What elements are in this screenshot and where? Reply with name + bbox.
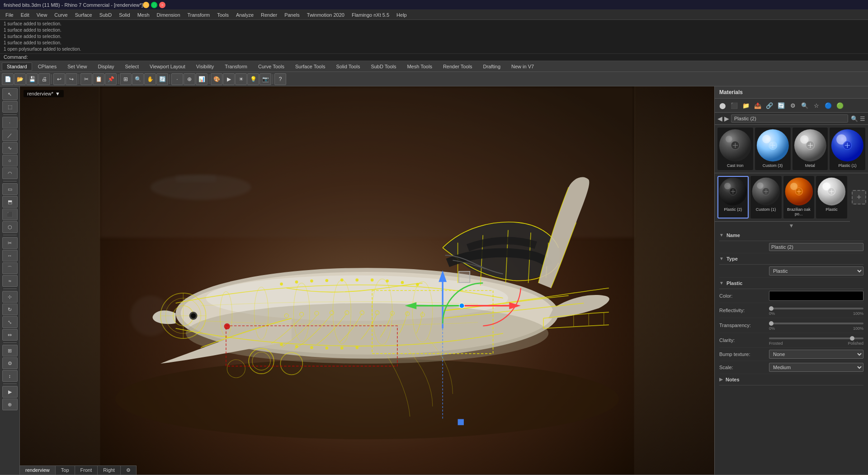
tb-lights[interactable]: 💡 — [247, 73, 259, 85]
lt-grid[interactable]: ⊞ — [2, 345, 18, 356]
menu-item-subd[interactable]: SubD — [96, 11, 116, 19]
tb-save[interactable]: 💾 — [26, 73, 38, 85]
tb-rotate-view[interactable]: 🔄 — [156, 73, 168, 85]
lt-extrude[interactable]: ⬒ — [2, 196, 18, 208]
viewport-tab-top[interactable]: Top — [56, 466, 75, 475]
mat-item-plastic2[interactable]: Plastic (2) — [717, 176, 749, 218]
tb-pan[interactable]: ✋ — [144, 73, 156, 85]
prop-type-select[interactable]: Plastic Metal Custom — [769, 266, 863, 276]
lt-scale[interactable]: ⤡ — [2, 316, 18, 328]
lt-circle[interactable]: ○ — [2, 155, 18, 166]
viewport-tab-renderview[interactable]: renderview — [20, 466, 56, 475]
lt-surface[interactable]: ▭ — [2, 183, 18, 195]
viewport[interactable]: renderview* ▼ renderviewTopFrontRight⚙ — [20, 86, 714, 475]
menu-item-tools[interactable]: Tools — [213, 11, 232, 19]
prop-reflectivity-slider[interactable] — [769, 308, 863, 309]
menu-item-flamingo-nxt-5.5[interactable]: Flamingo nXt 5.5 — [348, 11, 393, 19]
lt-arc[interactable]: ◠ — [2, 167, 18, 179]
tb-copy[interactable]: 📋 — [93, 73, 104, 85]
menu-item-twinmotion-2020[interactable]: Twinmotion 2020 — [303, 11, 348, 19]
tab-new-in-v7[interactable]: New in V7 — [506, 62, 539, 71]
mat-tool-box[interactable]: ⬛ — [729, 100, 739, 110]
tab-mesh-tools[interactable]: Mesh Tools — [402, 62, 437, 71]
prop-color-swatch[interactable] — [769, 291, 863, 301]
lt-rotate[interactable]: ↻ — [2, 304, 18, 315]
tab-visibility[interactable]: Visibility — [191, 62, 219, 71]
lt-select-window[interactable]: ⬚ — [2, 101, 18, 113]
tb-new[interactable]: 📄 — [2, 73, 14, 85]
prop-notes-header[interactable]: ▶ Notes — [719, 374, 863, 385]
prop-bump-select[interactable]: None — [769, 350, 863, 359]
mat-item-plastic-white[interactable]: Plastic — [816, 176, 847, 218]
tab-surface-tools[interactable]: Surface Tools — [290, 62, 330, 71]
mat-expand[interactable]: ▼ — [715, 222, 868, 230]
tb-render[interactable]: ▶ — [223, 73, 235, 85]
lt-mesh[interactable]: ⬡ — [2, 221, 18, 233]
lt-trim[interactable]: ✂ — [2, 237, 18, 249]
mat-item-custom1[interactable]: Custom (1) — [750, 176, 782, 218]
tab-standard[interactable]: Standard — [2, 62, 32, 71]
menu-item-surface[interactable]: Surface — [71, 11, 96, 19]
mat-item-metal[interactable]: Metal — [793, 128, 828, 170]
viewport-tab-front[interactable]: Front — [75, 466, 98, 475]
lt-analyze[interactable]: ⚙ — [2, 357, 18, 369]
mat-more-button[interactable]: ☰ — [860, 115, 865, 122]
tb-zoom-in[interactable]: 🔍 — [132, 73, 144, 85]
tb-help[interactable]: ? — [274, 73, 286, 85]
tb-raytrace[interactable]: ☀ — [235, 73, 247, 85]
mat-tool-link[interactable]: 🔗 — [764, 100, 774, 110]
mat-forward-button[interactable]: ▶ — [724, 115, 729, 122]
menu-item-view[interactable]: View — [33, 11, 51, 19]
tb-cut[interactable]: ✂ — [80, 73, 92, 85]
mat-tool-import[interactable]: 📁 — [741, 100, 751, 110]
mat-item-brazilian-oak[interactable]: Brazilian oak po... — [783, 176, 815, 218]
tb-points[interactable]: · — [171, 73, 183, 85]
prop-scale-select[interactable]: Medium Small Large — [769, 363, 863, 372]
lt-dimension[interactable]: ↕ — [2, 370, 18, 382]
tb-redo[interactable]: ↪ — [66, 73, 77, 85]
prop-clarity-slider[interactable] — [769, 337, 863, 339]
menu-item-mesh[interactable]: Mesh — [134, 11, 153, 19]
tab-cplanes[interactable]: CPlanes — [33, 62, 62, 71]
menu-item-analyze[interactable]: Analyze — [232, 11, 257, 19]
mat-back-button[interactable]: ◀ — [717, 115, 722, 122]
mat-path[interactable]: Plastic (2) — [731, 114, 848, 123]
tb-zoom-extents[interactable]: ⊞ — [120, 73, 132, 85]
tab-transform[interactable]: Transform — [220, 62, 252, 71]
tb-snap[interactable]: ⊕ — [184, 73, 195, 85]
mat-tool-sphere[interactable]: ⬤ — [717, 100, 727, 110]
lt-blend[interactable]: ≈ — [2, 275, 18, 287]
mat-tool-search[interactable]: 🔍 — [800, 100, 810, 110]
mat-tool-color[interactable]: 🔵 — [823, 100, 833, 110]
minimize-button[interactable]: − — [143, 2, 149, 8]
prop-transparency-slider[interactable] — [769, 323, 863, 324]
menu-item-help[interactable]: Help — [393, 11, 410, 19]
mat-item-cast-iron[interactable]: Cast Iron — [717, 128, 753, 170]
mat-tool-more[interactable]: ☆ — [811, 100, 821, 110]
lt-solid[interactable]: ⬛ — [2, 209, 18, 220]
viewport-tab-right[interactable]: Right — [98, 466, 121, 475]
tab-curve-tools[interactable]: Curve Tools — [253, 62, 289, 71]
menu-item-file[interactable]: File — [2, 11, 17, 19]
lt-move[interactable]: ⊹ — [2, 291, 18, 303]
tab-render-tools[interactable]: Render Tools — [438, 62, 477, 71]
lt-line[interactable]: ／ — [2, 129, 18, 141]
prop-name-header[interactable]: ▼ Name — [719, 230, 863, 241]
lt-fillet[interactable]: ⌒ — [2, 262, 18, 274]
maximize-button[interactable]: □ — [151, 2, 157, 8]
lt-curve[interactable]: ∿ — [2, 142, 18, 154]
mat-tool-export[interactable]: 📤 — [753, 100, 763, 110]
prop-type-header[interactable]: ▼ Type — [719, 253, 863, 265]
viewport-tab-⚙[interactable]: ⚙ — [121, 466, 137, 475]
menu-item-curve[interactable]: Curve — [51, 11, 71, 19]
mat-tool-settings[interactable]: ⚙ — [788, 100, 798, 110]
tab-viewport-layout[interactable]: Viewport Layout — [145, 62, 190, 71]
tb-undo[interactable]: ↩ — [53, 73, 65, 85]
close-button[interactable]: × — [159, 2, 165, 8]
viewport-label[interactable]: renderview* ▼ — [24, 90, 64, 97]
tab-set-view[interactable]: Set View — [62, 62, 92, 71]
prop-plastic-header[interactable]: ▼ Plastic — [719, 278, 863, 289]
mat-add-button[interactable]: + — [852, 190, 866, 204]
tab-subd-tools[interactable]: SubD Tools — [366, 62, 401, 71]
mat-item-custom3[interactable]: Custom (3) — [755, 128, 791, 170]
